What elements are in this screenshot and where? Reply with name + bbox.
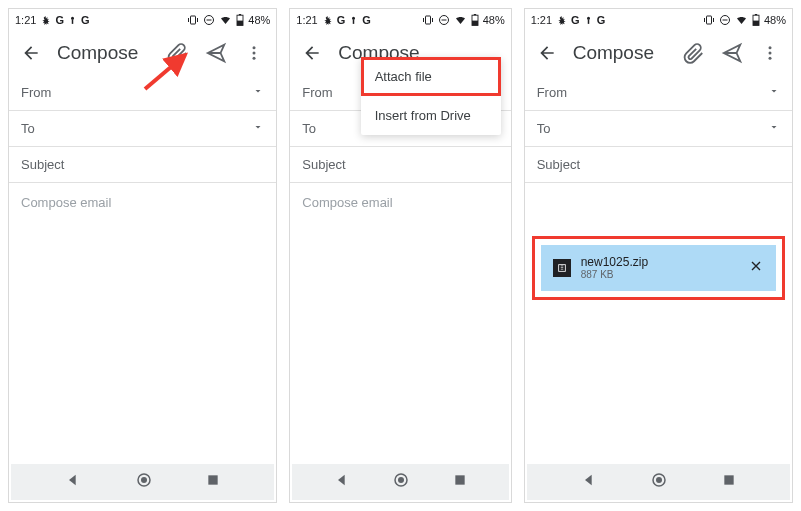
battery-icon xyxy=(236,14,244,26)
nav-back-icon[interactable] xyxy=(65,472,81,492)
vibrate-icon xyxy=(703,14,715,26)
svg-rect-19 xyxy=(472,21,478,26)
from-label: From xyxy=(21,85,51,100)
attach-button[interactable] xyxy=(682,41,706,65)
battery-pct: 48% xyxy=(483,14,505,26)
toolbar: Compose xyxy=(525,31,792,75)
status-bar: 1:21 G G 48% xyxy=(9,9,276,31)
wifi-icon xyxy=(454,14,467,26)
vibrate-icon xyxy=(422,14,434,26)
page-title: Compose xyxy=(57,42,138,64)
nav-back-icon[interactable] xyxy=(581,472,597,492)
status-bar: 1:21 G G 48% xyxy=(290,9,510,31)
status-g1: G xyxy=(55,14,64,26)
nav-bar xyxy=(527,464,790,500)
from-field[interactable]: From xyxy=(9,75,276,111)
svg-rect-30 xyxy=(755,14,757,15)
back-button[interactable] xyxy=(19,41,43,65)
toolbar: Compose Attach file Insert from Drive xyxy=(290,31,510,75)
svg-point-9 xyxy=(253,57,256,60)
svg-point-36 xyxy=(656,477,662,483)
status-bar: 1:21 G G 48% xyxy=(525,9,792,31)
battery-pct: 48% xyxy=(764,14,786,26)
subject-field[interactable]: Subject xyxy=(290,147,510,183)
subject-label: Subject xyxy=(537,157,580,172)
chevron-down-icon xyxy=(252,121,264,136)
subject-field[interactable]: Subject xyxy=(9,147,276,183)
remove-attachment-button[interactable] xyxy=(748,258,764,278)
svg-rect-2 xyxy=(191,16,196,24)
battery-icon xyxy=(471,14,479,26)
to-label: To xyxy=(302,121,316,136)
nav-home-icon[interactable] xyxy=(392,471,410,493)
svg-rect-26 xyxy=(706,16,711,24)
send-button[interactable] xyxy=(720,41,744,65)
status-left: 1:21 G G xyxy=(15,14,90,26)
attach-button[interactable] xyxy=(166,41,190,65)
nav-bar xyxy=(11,464,274,500)
to-field[interactable]: To xyxy=(9,111,276,147)
subject-label: Subject xyxy=(302,157,345,172)
status-g1: G xyxy=(337,14,346,26)
status-right: 48% xyxy=(187,14,270,26)
menu-insert-drive[interactable]: Insert from Drive xyxy=(361,96,501,135)
nav-bar xyxy=(292,464,508,500)
hand-icon xyxy=(40,15,51,26)
dnd-icon xyxy=(719,14,731,26)
dnd-icon xyxy=(438,14,450,26)
attachment-chip[interactable]: new1025.zip 887 KB xyxy=(541,245,776,291)
to-field[interactable]: To xyxy=(525,111,792,147)
svg-point-7 xyxy=(253,46,256,49)
status-time: 1:21 xyxy=(296,14,317,26)
back-button[interactable] xyxy=(300,41,324,65)
svg-rect-1 xyxy=(72,19,74,24)
nav-recent-icon[interactable] xyxy=(206,473,220,491)
attachment-size: 887 KB xyxy=(581,269,738,281)
battery-pct: 48% xyxy=(248,14,270,26)
nav-home-icon[interactable] xyxy=(135,471,153,493)
svg-rect-16 xyxy=(425,16,430,24)
key-icon xyxy=(349,15,358,26)
screenshot-2: 1:21 G G 48% Compose Attach file Insert … xyxy=(289,8,511,503)
vibrate-icon xyxy=(187,14,199,26)
screenshot-3: 1:21 G G 48% Compose From xyxy=(524,8,793,503)
chevron-down-icon xyxy=(768,85,780,100)
svg-rect-20 xyxy=(473,14,475,15)
nav-recent-icon[interactable] xyxy=(453,473,467,491)
key-icon xyxy=(68,15,77,26)
subject-label: Subject xyxy=(21,157,64,172)
overflow-button[interactable] xyxy=(758,41,782,65)
svg-rect-6 xyxy=(239,14,241,15)
subject-field[interactable]: Subject xyxy=(525,147,792,183)
svg-rect-5 xyxy=(237,21,243,26)
chevron-down-icon xyxy=(252,85,264,100)
svg-point-22 xyxy=(398,477,404,483)
menu-attach-file[interactable]: Attach file xyxy=(361,57,501,96)
body-input[interactable]: Compose email xyxy=(290,183,510,462)
key-icon xyxy=(584,15,593,26)
svg-point-33 xyxy=(769,57,772,60)
svg-rect-23 xyxy=(455,475,464,484)
overflow-button[interactable] xyxy=(242,41,266,65)
screenshot-1: 1:21 G G 48% Compose xyxy=(8,8,277,503)
nav-recent-icon[interactable] xyxy=(722,473,736,491)
nav-home-icon[interactable] xyxy=(650,471,668,493)
wifi-icon xyxy=(219,14,232,26)
wifi-icon xyxy=(735,14,748,26)
hand-icon xyxy=(556,15,567,26)
svg-point-0 xyxy=(71,16,74,19)
body-input[interactable]: Compose email xyxy=(9,183,276,462)
back-button[interactable] xyxy=(535,41,559,65)
from-field[interactable]: From xyxy=(525,75,792,111)
nav-back-icon[interactable] xyxy=(334,472,350,492)
dnd-icon xyxy=(203,14,215,26)
attach-menu: Attach file Insert from Drive xyxy=(361,57,501,135)
send-button[interactable] xyxy=(204,41,228,65)
battery-icon xyxy=(752,14,760,26)
svg-rect-25 xyxy=(587,19,589,24)
from-label: From xyxy=(302,85,332,100)
attachment-highlight: new1025.zip 887 KB xyxy=(535,239,782,297)
zip-icon xyxy=(553,259,571,277)
svg-point-31 xyxy=(769,46,772,49)
hand-icon xyxy=(322,15,333,26)
